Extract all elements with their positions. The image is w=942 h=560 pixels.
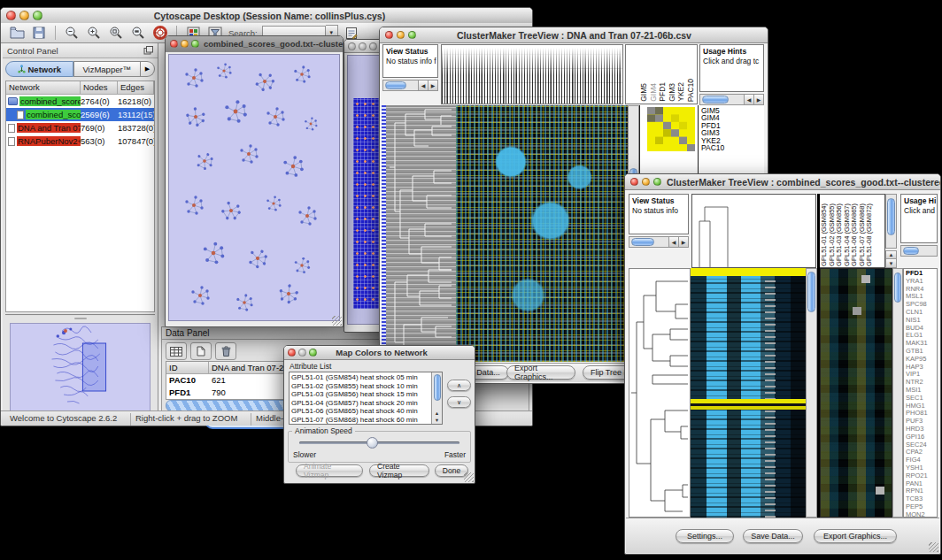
tab-overflow-button[interactable]: ▶ — [141, 61, 155, 77]
netwin1-titlebar[interactable]: combined_scores_good.txt--cluste... — [166, 36, 343, 52]
gene-label[interactable]: BUD4 — [906, 325, 937, 333]
gene-label[interactable]: HAP3 — [906, 364, 937, 372]
dialog-titlebar[interactable]: Map Colors to Network — [284, 346, 475, 360]
gene-label[interactable]: PFD1 — [906, 270, 937, 278]
tv2-zoom-heatmap[interactable] — [820, 268, 892, 518]
network-overview-thumbnail[interactable] — [10, 323, 151, 413]
gene-label[interactable]: SEC1 — [906, 395, 937, 403]
gene-label[interactable]: PFD1 — [701, 122, 764, 129]
export-graphics-button[interactable]: Export Graphics... — [506, 365, 575, 380]
gene-label[interactable]: NTR2 — [906, 379, 937, 387]
scroll-up-icon[interactable]: ▲ — [885, 250, 897, 259]
panel-drag-handle[interactable] — [74, 318, 87, 319]
gene-label[interactable]: YKE2 — [701, 137, 764, 144]
tv1-column-dendrogram[interactable] — [441, 44, 623, 104]
gene-label[interactable]: HRD3 — [906, 426, 937, 433]
tv2-status-hscrollbar[interactable]: ◀ ▶ — [629, 236, 689, 248]
main-titlebar[interactable]: Cytoscape Desktop (Session Name: collins… — [1, 8, 532, 24]
zoom-button[interactable] — [369, 42, 377, 50]
create-vizmap-button[interactable]: Create Vizmap — [369, 464, 429, 477]
scrollbar-thumb[interactable] — [631, 238, 654, 246]
gene-label[interactable]: PAN1 — [906, 480, 937, 488]
resize-grip[interactable] — [464, 472, 474, 482]
tv1-titlebar[interactable]: ClusterMaker TreeView : DNA and Tran 07-… — [380, 27, 768, 43]
gene-label[interactable]: TCB3 — [906, 495, 937, 503]
attribute-item[interactable]: GPL51-04 (GSM857) heat shock 20 min — [290, 399, 431, 408]
gene-label[interactable]: GPI16 — [906, 433, 937, 441]
minimize-button[interactable] — [298, 349, 306, 357]
cluster-matrix-image[interactable] — [647, 107, 695, 151]
tv2-titlebar[interactable]: ClusterMaker TreeView : combined_scores_… — [625, 174, 940, 190]
tv1-hints-hscrollbar[interactable]: ◀ ▶ — [699, 94, 764, 105]
animate-vizmap-button[interactable]: Animate Vizmap — [296, 464, 363, 477]
network-canvas-1[interactable] — [168, 54, 340, 321]
scroll-up-icon[interactable]: ▲ — [432, 410, 442, 416]
attribute-item[interactable]: GPL51-07 (GSM868) heat shock 60 min — [290, 416, 431, 425]
close-button[interactable] — [385, 31, 393, 39]
tv1-status-hscrollbar[interactable]: ◀ ▶ — [382, 80, 438, 91]
float-panel-icon[interactable] — [143, 46, 153, 55]
zoom-button[interactable] — [309, 349, 317, 357]
attribute-item[interactable]: GPL51-03 (GSM856) heat shock 15 min — [290, 390, 431, 399]
close-button[interactable] — [630, 178, 638, 186]
gene-label[interactable]: PEP5 — [906, 503, 937, 511]
move-up-button[interactable]: ∧ — [447, 380, 471, 391]
gene-label[interactable]: RPO21 — [906, 472, 937, 480]
attribute-item[interactable]: GPL51-01 (GSM854) heat shock 05 min — [290, 373, 431, 382]
tv2-heatmap-vscrollbar[interactable] — [806, 268, 817, 518]
resize-grip[interactable] — [332, 316, 342, 326]
zoom-fit-button[interactable] — [129, 25, 147, 41]
network-table-row[interactable]: combined_scores 2764(0) 16218(0) — [6, 95, 154, 108]
close-button[interactable] — [170, 40, 178, 48]
scroll-right-icon[interactable]: ▶ — [428, 81, 437, 90]
zoom-button[interactable] — [653, 178, 661, 186]
scrollbar-thumb[interactable] — [903, 247, 919, 255]
attribute-item[interactable]: GPL51-02 (GSM855) heat shock 10 min — [290, 382, 431, 391]
listbox-vscrollbar[interactable]: ▲ ▼ — [431, 372, 442, 424]
save-data-button[interactable]: Save Data... — [743, 529, 803, 543]
attribute-listbox[interactable]: GPL51-01 (GSM854) heat shock 05 minGPL51… — [289, 372, 443, 425]
settings-button[interactable]: Settings... — [676, 529, 734, 543]
scroll-down-icon[interactable]: ▼ — [432, 418, 442, 423]
scroll-left-icon[interactable]: ◀ — [744, 95, 753, 104]
gene-label[interactable]: RPN1 — [906, 487, 937, 495]
delete-attribute-button[interactable] — [215, 342, 236, 360]
minimize-button[interactable] — [397, 31, 405, 39]
zoom-selected-button[interactable] — [107, 25, 125, 41]
gene-label[interactable]: SEC24 — [906, 441, 937, 449]
scroll-right-icon[interactable]: ▶ — [678, 237, 688, 247]
scrollbar-thumb[interactable] — [894, 272, 901, 303]
close-button[interactable] — [348, 42, 356, 50]
zoom-button[interactable] — [408, 31, 416, 39]
zoom-in-button[interactable] — [85, 25, 103, 41]
tv2-labels-vscrollbar[interactable] — [885, 194, 897, 249]
gene-label[interactable]: PUF3 — [906, 418, 937, 426]
animation-speed-slider-thumb[interactable] — [367, 437, 378, 449]
tv1-heatmap[interactable] — [456, 105, 628, 362]
scroll-left-icon[interactable]: ◀ — [668, 237, 678, 247]
gene-label[interactable]: GIM5 — [701, 107, 764, 114]
attribute-item[interactable]: GPL51-06 (GSM865) heat shock 40 min — [290, 407, 431, 416]
zoom-out-button[interactable] — [63, 25, 81, 41]
gene-label[interactable]: CLN1 — [906, 309, 937, 317]
resize-grip[interactable] — [929, 542, 938, 552]
gene-label[interactable]: YRA1 — [906, 278, 937, 286]
tab-vizmapper[interactable]: VizMapper™ — [73, 61, 142, 77]
network-table-row[interactable]: combined_sco 2569(6) 13112(15) — [6, 108, 154, 121]
gene-label[interactable]: PHO81 — [906, 410, 937, 418]
gene-label[interactable]: MON2 — [906, 511, 937, 518]
overview-viewport-rect[interactable] — [82, 343, 105, 391]
gene-label[interactable]: PAC10 — [701, 144, 764, 151]
move-down-button[interactable]: ∨ — [447, 396, 471, 408]
gene-label[interactable]: GIM4 — [701, 114, 764, 121]
tv2-column-dendrogram[interactable] — [691, 194, 816, 268]
tv2-heatmap[interactable] — [691, 268, 806, 518]
gene-label[interactable]: MSI1 — [906, 387, 937, 395]
tab-network[interactable]: Network — [5, 61, 73, 77]
scroll-left-icon[interactable]: ◀ — [418, 81, 428, 90]
network-table-row[interactable]: RNAPuberNov2+! 563(0) 107847(0) — [6, 134, 154, 148]
gene-label[interactable]: KAP95 — [906, 356, 937, 364]
scrollbar-thumb[interactable] — [807, 272, 815, 312]
scrollbar-thumb[interactable] — [702, 96, 729, 104]
gene-label[interactable]: MSL1 — [906, 293, 937, 301]
